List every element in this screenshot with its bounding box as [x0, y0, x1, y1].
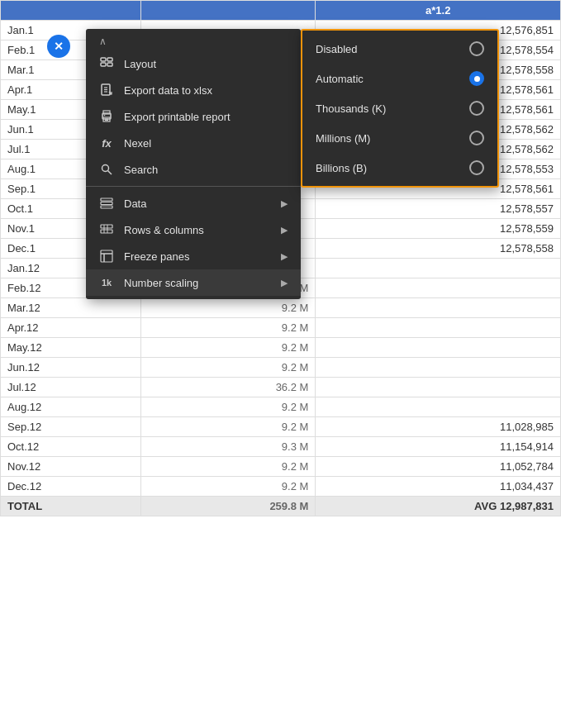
data-icon [99, 196, 114, 211]
cell-value-1: 259.8 M [140, 497, 316, 516]
table-row: Nov.129.2 M11,052,784 [1, 457, 561, 477]
cell-label: Mar.12 [1, 298, 141, 318]
svg-point-14 [104, 115, 106, 117]
freeze-panes-arrow-icon: ▶ [281, 251, 288, 262]
cell-value-2: 11,154,914 [316, 437, 561, 457]
submenu-item-millions[interactable]: Millions (M) [302, 123, 497, 153]
number-scaling-submenu: Disabled Automatic Thousands (K) Million… [301, 29, 499, 188]
cell-value-2 [316, 338, 561, 358]
cell-value-2: 12,578,558 [316, 239, 561, 259]
cell-label: TOTAL [1, 497, 141, 516]
submenu-item-disabled[interactable]: Disabled [302, 34, 497, 64]
cell-label: Sep.12 [1, 417, 141, 437]
submenu-millions-radio[interactable] [469, 131, 484, 145]
cell-value-2 [316, 278, 561, 298]
close-icon: ✕ [54, 40, 64, 53]
cell-label: Dec.12 [1, 477, 141, 497]
cell-value-2 [316, 298, 561, 318]
svg-rect-21 [101, 230, 112, 233]
chevron-up-icon: ∧ [99, 36, 107, 47]
submenu-item-automatic[interactable]: Automatic [302, 64, 497, 93]
table-row: Apr.129.2 M [1, 318, 561, 338]
nexel-icon: fx [99, 136, 114, 150]
cell-value-2 [316, 378, 561, 397]
cell-value-1: 9.2 M [140, 397, 316, 417]
cell-value-2 [316, 397, 561, 417]
freeze-panes-icon [99, 249, 114, 264]
svg-rect-19 [101, 206, 112, 208]
menu-item-layout[interactable]: Layout [86, 50, 301, 77]
cell-value-1: 9.2 M [140, 477, 316, 497]
submenu-thousands-radio[interactable] [469, 101, 484, 116]
table-row: Aug.129.2 M [1, 397, 561, 417]
svg-line-16 [108, 171, 112, 175]
submenu-item-thousands[interactable]: Thousands (K) [302, 93, 497, 123]
export-print-icon [99, 109, 114, 124]
rows-columns-icon [99, 222, 114, 237]
cell-value-2: 11,034,437 [316, 477, 561, 497]
cell-label: May.12 [1, 338, 141, 358]
cell-value-1: 9.2 M [140, 318, 316, 338]
menu-separator-1 [86, 186, 301, 187]
table-row: Mar.129.2 M [1, 298, 561, 318]
table-row: Dec.129.2 M11,034,437 [1, 477, 561, 497]
menu-item-freeze-panes[interactable]: Freeze panes ▶ [86, 243, 301, 269]
menu-item-search[interactable]: Search [86, 156, 301, 183]
menu-item-export-xlsx[interactable]: Export data to xlsx [86, 77, 301, 103]
cell-label: Oct.12 [1, 437, 141, 457]
cell-value-1: 36.2 M [140, 378, 316, 397]
submenu-item-billions[interactable]: Billions (B) [302, 153, 497, 183]
table-row: May.129.2 M [1, 338, 561, 358]
menu-item-search-label: Search [124, 164, 288, 176]
cell-value-1: 9.2 M [140, 417, 316, 437]
submenu-disabled-label: Disabled [316, 43, 358, 55]
close-button[interactable]: ✕ [47, 35, 70, 58]
context-menu: ∧ Layout Export data to xlsx [86, 29, 301, 299]
menu-item-nexel-label: Nexel [124, 137, 288, 150]
col-header-2 [140, 1, 316, 21]
cell-value-1: 9.2 M [140, 457, 316, 477]
menu-item-rows-columns-label: Rows & columns [124, 224, 271, 236]
menu-item-data[interactable]: Data ▶ [86, 190, 301, 216]
search-icon [99, 162, 114, 177]
cell-label: Jun.12 [1, 358, 141, 378]
menu-chevron: ∧ [86, 32, 301, 50]
menu-item-export-print[interactable]: Export printable report [86, 103, 301, 130]
svg-rect-24 [101, 250, 112, 262]
menu-item-layout-label: Layout [124, 58, 288, 70]
cell-value-1: 9.2 M [140, 298, 316, 318]
cell-value-1: 9.2 M [140, 358, 316, 378]
submenu-automatic-radio[interactable] [469, 71, 484, 86]
menu-item-nexel[interactable]: fx Nexel [86, 130, 301, 156]
svg-rect-18 [101, 202, 112, 205]
menu-item-data-label: Data [124, 197, 271, 210]
col-header-1 [1, 1, 141, 21]
table-row: Sep.129.2 M11,028,985 [1, 417, 561, 437]
submenu-thousands-label: Thousands (K) [316, 102, 386, 115]
cell-value-2: 12,578,559 [316, 219, 561, 239]
cell-label: Apr.12 [1, 318, 141, 338]
menu-item-number-scaling[interactable]: 1k Number scaling ▶ [86, 269, 301, 296]
cell-value-2 [316, 358, 561, 378]
svg-rect-0 [101, 58, 106, 61]
table-row: Oct.129.3 M11,154,914 [1, 437, 561, 457]
menu-item-rows-columns[interactable]: Rows & columns ▶ [86, 216, 301, 243]
rows-columns-arrow-icon: ▶ [281, 225, 288, 236]
svg-rect-17 [101, 198, 112, 201]
submenu-disabled-radio[interactable] [469, 41, 484, 56]
cell-value-1: 9.3 M [140, 437, 316, 457]
table-row: Jul.1236.2 M [1, 378, 561, 397]
cell-value-2 [316, 259, 561, 278]
svg-rect-1 [107, 58, 112, 61]
submenu-billions-radio[interactable] [469, 160, 484, 175]
svg-rect-20 [101, 225, 112, 228]
menu-item-export-xlsx-label: Export data to xlsx [124, 84, 288, 97]
submenu-millions-label: Millions (M) [316, 132, 370, 145]
cell-label: Jul.12 [1, 378, 141, 397]
table-row: Jun.129.2 M [1, 358, 561, 378]
svg-point-15 [102, 165, 109, 172]
cell-value-2 [316, 318, 561, 338]
cell-label: Nov.12 [1, 457, 141, 477]
data-arrow-icon: ▶ [281, 198, 288, 209]
cell-label: Aug.12 [1, 397, 141, 417]
